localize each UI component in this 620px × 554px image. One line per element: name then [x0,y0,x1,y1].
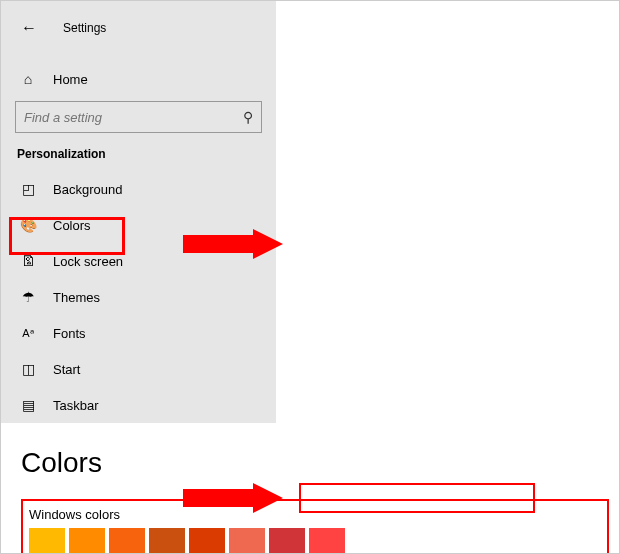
windows-colors-panel: Windows colors + Custom color [21,499,609,554]
color-swatch[interactable] [69,528,105,554]
start-icon: ◫ [19,361,37,377]
home-link[interactable]: ⌂ Home [1,61,276,97]
color-swatch[interactable] [149,528,185,554]
color-swatch[interactable] [229,528,265,554]
sidebar: ← Settings ⌂ Home ⚲ Personalization ◰ Ba… [1,1,276,423]
color-swatch[interactable] [189,528,225,554]
sidebar-item-background[interactable]: ◰ Background [1,171,276,207]
background-icon: ◰ [19,181,37,197]
sidebar-item-colors[interactable]: 🎨 Colors [1,207,276,243]
fonts-icon: Aᵃ [19,327,37,340]
sidebar-item-label: Taskbar [53,398,99,413]
back-icon[interactable]: ← [21,19,37,37]
home-icon: ⌂ [19,71,37,87]
home-label: Home [53,72,88,87]
search-input[interactable]: ⚲ [15,101,262,133]
themes-icon: ☂ [19,289,37,305]
app-title: Settings [63,21,106,35]
color-swatch[interactable] [269,528,305,554]
search-icon: ⚲ [243,109,253,125]
page-title: Colors [21,447,609,479]
search-field[interactable] [24,110,214,125]
sidebar-item-start[interactable]: ◫ Start [1,351,276,387]
colors-icon: 🎨 [19,217,37,233]
color-grid [29,528,601,554]
taskbar-icon: ▤ [19,397,37,413]
sidebar-item-taskbar[interactable]: ▤ Taskbar [1,387,276,423]
color-swatch[interactable] [29,528,65,554]
windows-colors-label: Windows colors [29,507,601,522]
sidebar-item-label: Fonts [53,326,86,341]
sidebar-item-themes[interactable]: ☂ Themes [1,279,276,315]
section-label: Personalization [1,147,276,161]
sidebar-item-label: Background [53,182,122,197]
color-swatch[interactable] [309,528,345,554]
sidebar-item-label: Lock screen [53,254,123,269]
sidebar-item-fonts[interactable]: Aᵃ Fonts [1,315,276,351]
sidebar-item-label: Colors [53,218,91,233]
sidebar-item-label: Themes [53,290,100,305]
lockscreen-icon: 🖻 [19,253,37,269]
color-swatch[interactable] [109,528,145,554]
main-content: Colors Windows colors + Custom color Sho… [1,423,619,554]
sidebar-item-label: Start [53,362,80,377]
sidebar-item-lockscreen[interactable]: 🖻 Lock screen [1,243,276,279]
